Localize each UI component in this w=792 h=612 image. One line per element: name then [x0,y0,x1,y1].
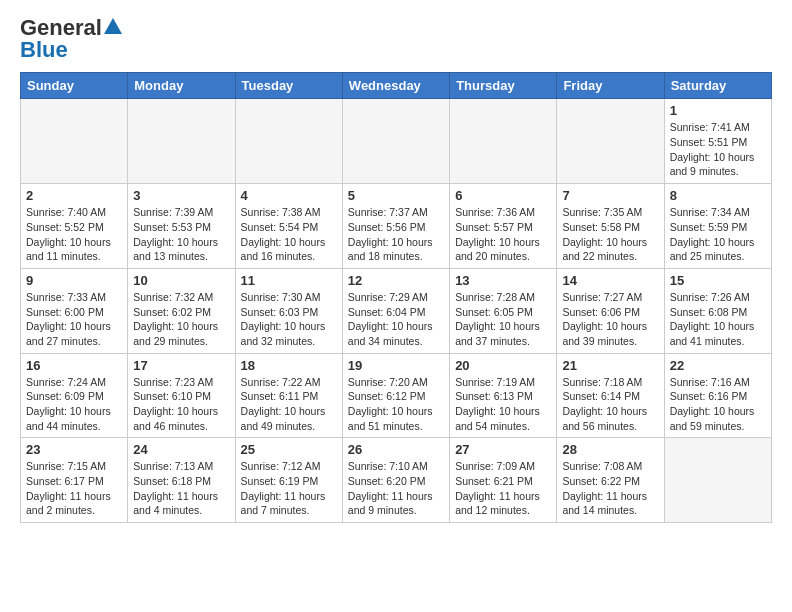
week-row-4: 23Sunrise: 7:15 AM Sunset: 6:17 PM Dayli… [21,438,772,523]
calendar-cell: 19Sunrise: 7:20 AM Sunset: 6:12 PM Dayli… [342,353,449,438]
day-info: Sunrise: 7:34 AM Sunset: 5:59 PM Dayligh… [670,205,766,264]
calendar-cell: 13Sunrise: 7:28 AM Sunset: 6:05 PM Dayli… [450,268,557,353]
day-number: 28 [562,442,658,457]
day-info: Sunrise: 7:15 AM Sunset: 6:17 PM Dayligh… [26,459,122,518]
day-info: Sunrise: 7:10 AM Sunset: 6:20 PM Dayligh… [348,459,444,518]
calendar-cell: 11Sunrise: 7:30 AM Sunset: 6:03 PM Dayli… [235,268,342,353]
calendar-cell [450,99,557,184]
day-number: 14 [562,273,658,288]
day-info: Sunrise: 7:20 AM Sunset: 6:12 PM Dayligh… [348,375,444,434]
weekday-header-tuesday: Tuesday [235,73,342,99]
calendar-cell: 5Sunrise: 7:37 AM Sunset: 5:56 PM Daylig… [342,184,449,269]
logo: General Blue [20,16,122,62]
calendar-cell [235,99,342,184]
day-info: Sunrise: 7:40 AM Sunset: 5:52 PM Dayligh… [26,205,122,264]
day-info: Sunrise: 7:32 AM Sunset: 6:02 PM Dayligh… [133,290,229,349]
svg-marker-0 [104,18,122,34]
weekday-header-saturday: Saturday [664,73,771,99]
day-info: Sunrise: 7:41 AM Sunset: 5:51 PM Dayligh… [670,120,766,179]
calendar-cell [342,99,449,184]
calendar-cell: 2Sunrise: 7:40 AM Sunset: 5:52 PM Daylig… [21,184,128,269]
day-info: Sunrise: 7:26 AM Sunset: 6:08 PM Dayligh… [670,290,766,349]
day-info: Sunrise: 7:22 AM Sunset: 6:11 PM Dayligh… [241,375,337,434]
calendar-cell: 21Sunrise: 7:18 AM Sunset: 6:14 PM Dayli… [557,353,664,438]
logo-icon [104,17,122,35]
weekday-header-wednesday: Wednesday [342,73,449,99]
day-number: 21 [562,358,658,373]
day-number: 24 [133,442,229,457]
day-info: Sunrise: 7:24 AM Sunset: 6:09 PM Dayligh… [26,375,122,434]
calendar-cell: 9Sunrise: 7:33 AM Sunset: 6:00 PM Daylig… [21,268,128,353]
day-info: Sunrise: 7:16 AM Sunset: 6:16 PM Dayligh… [670,375,766,434]
week-row-1: 2Sunrise: 7:40 AM Sunset: 5:52 PM Daylig… [21,184,772,269]
calendar-cell: 27Sunrise: 7:09 AM Sunset: 6:21 PM Dayli… [450,438,557,523]
day-info: Sunrise: 7:37 AM Sunset: 5:56 PM Dayligh… [348,205,444,264]
day-info: Sunrise: 7:23 AM Sunset: 6:10 PM Dayligh… [133,375,229,434]
calendar-cell [21,99,128,184]
week-row-0: 1Sunrise: 7:41 AM Sunset: 5:51 PM Daylig… [21,99,772,184]
day-number: 13 [455,273,551,288]
day-number: 16 [26,358,122,373]
week-row-2: 9Sunrise: 7:33 AM Sunset: 6:00 PM Daylig… [21,268,772,353]
day-info: Sunrise: 7:13 AM Sunset: 6:18 PM Dayligh… [133,459,229,518]
day-info: Sunrise: 7:18 AM Sunset: 6:14 PM Dayligh… [562,375,658,434]
calendar-cell [128,99,235,184]
day-info: Sunrise: 7:27 AM Sunset: 6:06 PM Dayligh… [562,290,658,349]
day-number: 11 [241,273,337,288]
calendar-cell [557,99,664,184]
calendar-cell: 7Sunrise: 7:35 AM Sunset: 5:58 PM Daylig… [557,184,664,269]
calendar-cell: 10Sunrise: 7:32 AM Sunset: 6:02 PM Dayli… [128,268,235,353]
day-info: Sunrise: 7:39 AM Sunset: 5:53 PM Dayligh… [133,205,229,264]
page: General Blue SundayMondayTuesdayWednesda… [0,0,792,539]
day-number: 22 [670,358,766,373]
day-number: 12 [348,273,444,288]
calendar-cell: 20Sunrise: 7:19 AM Sunset: 6:13 PM Dayli… [450,353,557,438]
day-number: 1 [670,103,766,118]
week-row-3: 16Sunrise: 7:24 AM Sunset: 6:09 PM Dayli… [21,353,772,438]
calendar-cell: 6Sunrise: 7:36 AM Sunset: 5:57 PM Daylig… [450,184,557,269]
day-number: 5 [348,188,444,203]
calendar-cell: 25Sunrise: 7:12 AM Sunset: 6:19 PM Dayli… [235,438,342,523]
day-number: 3 [133,188,229,203]
day-number: 17 [133,358,229,373]
calendar-cell: 23Sunrise: 7:15 AM Sunset: 6:17 PM Dayli… [21,438,128,523]
day-number: 9 [26,273,122,288]
calendar-cell: 15Sunrise: 7:26 AM Sunset: 6:08 PM Dayli… [664,268,771,353]
logo-text-blue: Blue [20,38,68,62]
day-number: 7 [562,188,658,203]
calendar-cell: 26Sunrise: 7:10 AM Sunset: 6:20 PM Dayli… [342,438,449,523]
calendar-cell: 16Sunrise: 7:24 AM Sunset: 6:09 PM Dayli… [21,353,128,438]
weekday-header-sunday: Sunday [21,73,128,99]
calendar-cell: 14Sunrise: 7:27 AM Sunset: 6:06 PM Dayli… [557,268,664,353]
weekday-header-monday: Monday [128,73,235,99]
day-number: 4 [241,188,337,203]
day-number: 27 [455,442,551,457]
calendar-cell: 8Sunrise: 7:34 AM Sunset: 5:59 PM Daylig… [664,184,771,269]
header: General Blue [20,16,772,62]
day-number: 18 [241,358,337,373]
day-info: Sunrise: 7:36 AM Sunset: 5:57 PM Dayligh… [455,205,551,264]
calendar-cell: 17Sunrise: 7:23 AM Sunset: 6:10 PM Dayli… [128,353,235,438]
day-info: Sunrise: 7:28 AM Sunset: 6:05 PM Dayligh… [455,290,551,349]
calendar-header-row: SundayMondayTuesdayWednesdayThursdayFrid… [21,73,772,99]
day-number: 6 [455,188,551,203]
calendar: SundayMondayTuesdayWednesdayThursdayFrid… [20,72,772,523]
day-number: 26 [348,442,444,457]
calendar-cell: 1Sunrise: 7:41 AM Sunset: 5:51 PM Daylig… [664,99,771,184]
day-info: Sunrise: 7:19 AM Sunset: 6:13 PM Dayligh… [455,375,551,434]
day-number: 15 [670,273,766,288]
calendar-cell: 4Sunrise: 7:38 AM Sunset: 5:54 PM Daylig… [235,184,342,269]
calendar-cell: 24Sunrise: 7:13 AM Sunset: 6:18 PM Dayli… [128,438,235,523]
day-number: 2 [26,188,122,203]
day-info: Sunrise: 7:33 AM Sunset: 6:00 PM Dayligh… [26,290,122,349]
day-number: 10 [133,273,229,288]
day-info: Sunrise: 7:30 AM Sunset: 6:03 PM Dayligh… [241,290,337,349]
calendar-cell [664,438,771,523]
day-number: 19 [348,358,444,373]
weekday-header-thursday: Thursday [450,73,557,99]
weekday-header-friday: Friday [557,73,664,99]
calendar-cell: 18Sunrise: 7:22 AM Sunset: 6:11 PM Dayli… [235,353,342,438]
day-info: Sunrise: 7:38 AM Sunset: 5:54 PM Dayligh… [241,205,337,264]
day-number: 23 [26,442,122,457]
calendar-cell: 12Sunrise: 7:29 AM Sunset: 6:04 PM Dayli… [342,268,449,353]
